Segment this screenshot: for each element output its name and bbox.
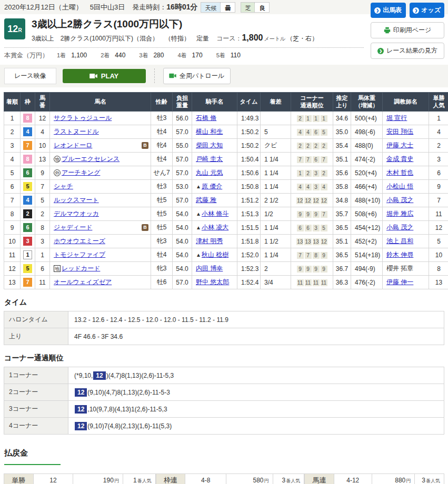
trainer-link[interactable]: 小桧山 悟 xyxy=(386,183,413,190)
jockey-link[interactable]: 野中 悠太郎 xyxy=(196,278,229,286)
column-header: 枠 xyxy=(21,92,35,112)
finish-position: 8 xyxy=(4,207,21,221)
corner-position: 8 xyxy=(313,252,320,259)
trainer-link[interactable]: 小島 茂之 xyxy=(386,196,413,204)
horse-link[interactable]: ラストヌードル xyxy=(54,128,99,135)
jockey-link[interactable]: 津村 明秀 xyxy=(196,237,223,245)
patrol-video-button[interactable]: 全周パトロール xyxy=(163,68,231,84)
trainer-cell: 伊藤 伸一 xyxy=(383,276,429,289)
result-row: 3710Bレオンドーロ牝455.0柴田 大知1:50.2クビ222235.448… xyxy=(4,139,448,153)
entry-table-button[interactable]: ❯ 出馬表 xyxy=(371,3,406,18)
trainer-link[interactable]: 小島 茂之 xyxy=(386,224,413,231)
result-row: 244ラストヌードル牡457.0横山 和生1:50.25446535.0498(… xyxy=(4,125,448,139)
corner-position: 9 xyxy=(313,266,320,273)
trainer-link[interactable]: 安田 翔伍 xyxy=(386,128,413,135)
last-3f-time: 35.1 xyxy=(333,153,351,166)
trainer-link[interactable]: 池上 昌和 xyxy=(386,237,413,245)
finish-position: 9 xyxy=(4,221,21,235)
trainer-link[interactable]: 金成 貴史 xyxy=(386,155,413,163)
carried-weight: 54.0 xyxy=(173,248,192,262)
corner-position: 7 xyxy=(321,156,327,163)
horse-name-cell: Bレオンドーロ xyxy=(50,139,151,153)
jockey-link[interactable]: 横山 和生 xyxy=(196,128,223,135)
jockey-link[interactable]: 武藤 雅 xyxy=(196,196,216,204)
last-3f-time: 36.5 xyxy=(333,248,351,262)
odds-button[interactable]: ❯ オッズ xyxy=(410,3,445,18)
horse-link[interactable]: レオンドーロ xyxy=(54,142,92,149)
margin: 2 xyxy=(261,262,291,276)
apprentice-mark: ▲ xyxy=(196,211,201,217)
trainer-cell: 金成 貴史 xyxy=(383,153,429,166)
column-header: コーナー 通過順位 xyxy=(291,92,333,112)
horse-name-cell: ホウオウエミーズ xyxy=(50,235,151,248)
frame-number-badge: 1 xyxy=(23,250,32,259)
jockey-link[interactable]: 秋山 稔樹 xyxy=(202,251,228,258)
print-page-button[interactable]: 印刷用ページ xyxy=(371,22,444,38)
conditions-badges: 天候 曇 芝 良 xyxy=(201,2,270,13)
finish-time: 1:51.3 xyxy=(237,207,261,221)
results-guide-button[interactable]: ❯ レース結果の見方 xyxy=(371,43,444,59)
finish-time: 1:52.0 xyxy=(237,248,261,262)
trainer-link[interactable]: 堀 宣行 xyxy=(386,114,407,122)
horse-link[interactable]: レッドカード xyxy=(62,265,100,272)
payout-table: 馬連4-12880円3番人気馬単12-41,120円4番人気3連複4-10-12… xyxy=(304,473,444,484)
horse-link[interactable]: トモジャファイブ xyxy=(54,251,105,258)
horse-name-cell: 地ブルーエクセレンス xyxy=(50,153,151,166)
sex-age: 牝4 xyxy=(151,139,173,153)
jockey-link[interactable]: 戸崎 圭太 xyxy=(196,155,223,163)
payout-row: 単勝12190円1番人気 xyxy=(4,474,156,484)
win-popularity: 12 xyxy=(429,221,448,235)
corner-position: 2 xyxy=(305,143,312,149)
horse-link[interactable]: ジャディード xyxy=(54,224,92,231)
win-popularity: 7 xyxy=(429,194,448,207)
jockey-cell: 丸山 元気 xyxy=(192,166,237,180)
horse-link[interactable]: ブルーエクセレンス xyxy=(62,155,120,163)
jockey-link[interactable]: 丸山 元気 xyxy=(196,169,223,176)
horse-link[interactable]: ルックスマート xyxy=(54,196,99,204)
frame-number-badge: 7 xyxy=(23,141,32,150)
last-3f-time: 36.5 xyxy=(333,221,351,235)
horse-weight: 500(+4) xyxy=(351,112,383,125)
jockey-link[interactable]: 小林 凌大 xyxy=(202,224,228,231)
horse-link[interactable]: サクラトゥジュール xyxy=(54,114,112,122)
jockey-link[interactable]: 内田 博幸 xyxy=(196,265,223,272)
horse-link[interactable]: オールウェイズゼア xyxy=(54,278,112,286)
jockey-link[interactable]: 石橋 脩 xyxy=(196,114,216,122)
trainer-link[interactable]: 鈴木 伸尋 xyxy=(386,251,413,258)
horse-weight: 476(-2) xyxy=(351,276,383,289)
result-row: 4813地ブルーエクセレンス牡457.0戸崎 圭太1:50.41 1/47767… xyxy=(4,153,448,166)
corner-position: 9 xyxy=(313,211,320,218)
trainer-link[interactable]: 伊藤 伸一 xyxy=(386,278,413,286)
weather-badge: 天候 曇 xyxy=(201,2,235,13)
column-header: 馬 番 xyxy=(35,92,50,112)
play-video-button[interactable]: PLAY xyxy=(63,69,146,83)
corner-position: 7 xyxy=(305,252,312,259)
trainer-link[interactable]: 伊藤 大士 xyxy=(386,142,413,149)
column-header: 馬名 xyxy=(50,92,151,112)
trainer-link[interactable]: 木村 哲也 xyxy=(386,169,413,176)
horse-link[interactable]: シャチ xyxy=(54,183,73,190)
corner-position: 9 xyxy=(321,252,327,259)
horse-link[interactable]: ホウオウエミーズ xyxy=(54,237,105,245)
jockey-cell: 武藤 雅 xyxy=(192,194,237,207)
camera-icon xyxy=(169,73,176,78)
jockey-link[interactable]: 小林 脩斗 xyxy=(202,210,228,217)
finish-time: 1:50.2 xyxy=(237,139,261,153)
jockey-link[interactable]: 柴田 大知 xyxy=(196,142,223,149)
horse-number: 9 xyxy=(35,166,50,180)
column-header: 着差 xyxy=(261,92,291,112)
bet-type-label: 馬連 xyxy=(305,474,334,484)
row-label: 4コーナー xyxy=(4,418,68,435)
horse-number: 8 xyxy=(35,221,50,235)
horse-link[interactable]: デルマウオッカ xyxy=(54,210,99,217)
trainer-cell: 堀 宣行 xyxy=(383,112,429,125)
trainer-link[interactable]: 堀井 雅広 xyxy=(386,210,413,217)
trainer-cell: 伊藤 大士 xyxy=(383,139,429,153)
corner-position: 4 xyxy=(305,129,312,136)
race-video-label: レース映像 xyxy=(4,68,56,84)
sex-age: 牡5 xyxy=(151,194,173,207)
jockey-link[interactable]: 原 優介 xyxy=(202,183,222,190)
horse-link[interactable]: アーチキング xyxy=(62,169,100,176)
horse-name-cell: 外アーチキング xyxy=(50,166,151,180)
horse-weight: 494(-9) xyxy=(351,262,383,276)
